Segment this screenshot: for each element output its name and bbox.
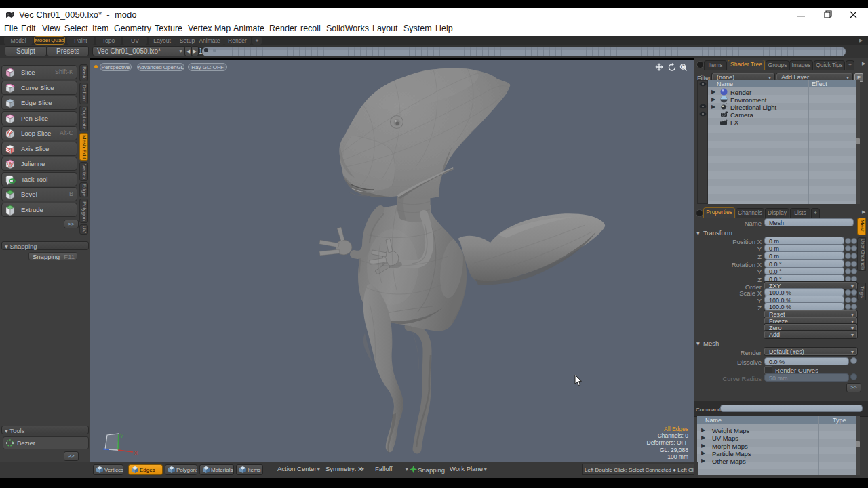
svg-text:X: X	[134, 450, 138, 456]
svg-text:Y: Y	[120, 433, 124, 439]
